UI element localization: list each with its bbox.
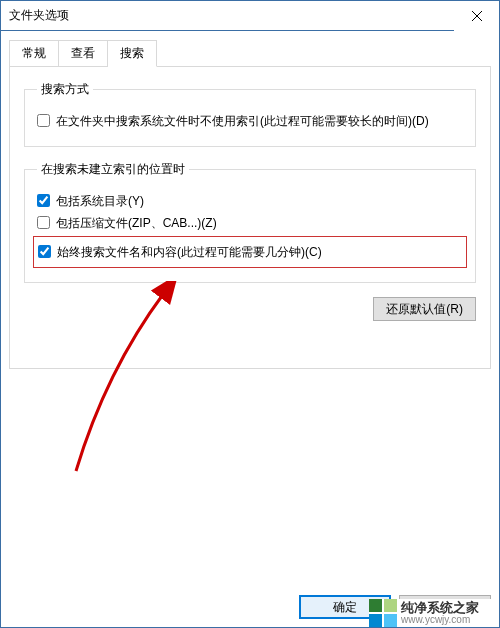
- checkbox-label: 包括压缩文件(ZIP、CAB...)(Z): [56, 214, 463, 232]
- ok-button[interactable]: 确定: [299, 595, 391, 619]
- group-nonindexed-locations: 在搜索未建立索引的位置时 包括系统目录(Y) 包括压缩文件(ZIP、CAB...…: [24, 161, 476, 283]
- tab-view[interactable]: 查看: [59, 40, 108, 67]
- titlebar: 文件夹选项: [1, 1, 499, 31]
- tab-content-search: 搜索方式 在文件夹中搜索系统文件时不使用索引(此过程可能需要较长的时间)(D) …: [9, 67, 491, 369]
- tab-search[interactable]: 搜索: [108, 40, 157, 67]
- checkbox-row-zip[interactable]: 包括压缩文件(ZIP、CAB...)(Z): [37, 214, 463, 232]
- dialog-footer: 确定 取消: [299, 595, 491, 619]
- tab-label: 搜索: [120, 46, 144, 60]
- checkbox-zip[interactable]: [37, 216, 50, 229]
- window-title: 文件夹选项: [9, 7, 69, 24]
- close-icon: [472, 11, 482, 21]
- tabstrip: 常规 查看 搜索: [9, 39, 491, 67]
- checkbox-noindex[interactable]: [37, 114, 50, 127]
- checkbox-sysdir[interactable]: [37, 194, 50, 207]
- folder-options-window: 文件夹选项 常规 查看 搜索 搜索方式 在文件夹中搜索系统文件时: [0, 0, 500, 628]
- checkbox-always[interactable]: [38, 245, 51, 258]
- checkbox-row-always[interactable]: 始终搜索文件名和内容(此过程可能需要几分钟)(C): [38, 243, 462, 261]
- group-search-method: 搜索方式 在文件夹中搜索系统文件时不使用索引(此过程可能需要较长的时间)(D): [24, 81, 476, 147]
- checkbox-label: 在文件夹中搜索系统文件时不使用索引(此过程可能需要较长的时间)(D): [56, 112, 463, 130]
- checkbox-row-sysdir[interactable]: 包括系统目录(Y): [37, 192, 463, 210]
- tab-general[interactable]: 常规: [9, 40, 59, 67]
- highlight-frame: 始终搜索文件名和内容(此过程可能需要几分钟)(C): [33, 236, 467, 268]
- cancel-button[interactable]: 取消: [399, 595, 491, 619]
- restore-row: 还原默认值(R): [24, 297, 476, 321]
- group-legend: 搜索方式: [37, 81, 93, 98]
- checkbox-row-noindex[interactable]: 在文件夹中搜索系统文件时不使用索引(此过程可能需要较长的时间)(D): [37, 112, 463, 130]
- tab-label: 常规: [22, 46, 46, 60]
- group-legend: 在搜索未建立索引的位置时: [37, 161, 189, 178]
- close-button[interactable]: [454, 1, 499, 31]
- restore-defaults-button[interactable]: 还原默认值(R): [373, 297, 476, 321]
- checkbox-label: 包括系统目录(Y): [56, 192, 463, 210]
- checkbox-label: 始终搜索文件名和内容(此过程可能需要几分钟)(C): [57, 243, 462, 261]
- tab-label: 查看: [71, 46, 95, 60]
